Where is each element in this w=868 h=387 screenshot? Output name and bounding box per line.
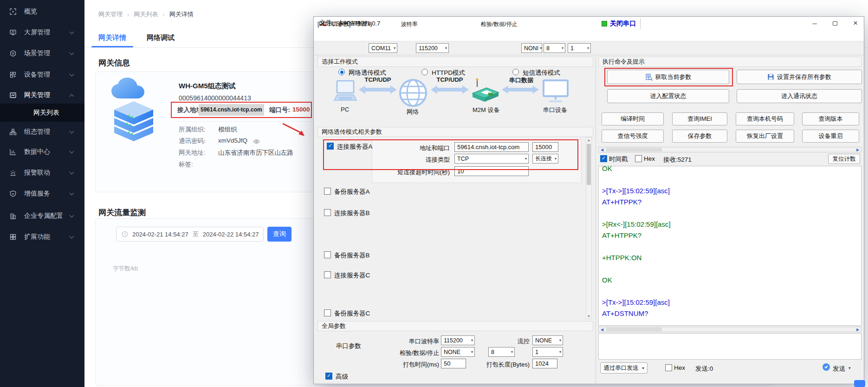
reboot-button[interactable]: 设备重启 <box>802 130 859 143</box>
backup-server-b-checkbox[interactable] <box>324 251 331 258</box>
log-line <box>602 241 861 252</box>
radio-sms[interactable] <box>512 69 519 75</box>
date-to: 2024-02-22 14:54:27 <box>203 231 259 238</box>
serial-stopbits-select[interactable]: 1▾ <box>532 347 563 357</box>
sidebar-item-alarm[interactable]: 报警联动 <box>0 166 84 179</box>
serial-baud-select[interactable]: 115200▾ <box>441 335 475 345</box>
server-a-port-input[interactable]: 15000 <box>532 142 558 152</box>
chevron-down-icon <box>70 234 74 239</box>
sidebar-item-configuration[interactable]: 组态管理 <box>0 125 84 138</box>
conn-mode-select[interactable]: 长连接▾ <box>532 154 558 164</box>
serial-device-icon <box>542 79 570 103</box>
factory-reset-button[interactable]: 恢复出厂设置 <box>736 130 794 143</box>
server-b-checkbox[interactable] <box>324 209 331 216</box>
pack-time-input[interactable]: 50 <box>441 359 466 368</box>
scroll-right-arrow: ▶ <box>855 147 861 152</box>
chevron-down-icon: ▾ <box>394 46 395 50</box>
password-label: 通讯密码: <box>179 137 206 145</box>
baud-select[interactable]: 115200▾ <box>416 43 449 53</box>
chevron-down-icon: ▾ <box>511 350 513 354</box>
sidebar-item-bigscreen[interactable]: 大屏管理 <box>0 26 84 39</box>
short-timeout-input[interactable]: 10 <box>454 166 529 176</box>
sidebar-item-value-added[interactable]: 增值服务 <box>0 187 84 200</box>
stopbits-select[interactable]: 1▾ <box>568 43 591 53</box>
sidebar-item-datacenter[interactable]: 数据中心 <box>0 145 84 158</box>
serial-databits-select[interactable]: 8▾ <box>488 347 515 357</box>
breadcrumb-gateway-mgmt[interactable]: 网关管理 <box>98 10 123 19</box>
radio-httpd[interactable] <box>421 69 428 75</box>
tab-network-debug[interactable]: 网络调试 <box>147 33 175 42</box>
set-save-all-button[interactable]: 设置并保存所有参数 <box>737 70 862 84</box>
conn-type-label: 连接类型 <box>397 156 450 164</box>
log-output[interactable]: OK>[Tx->][15:02:59][asc]AT+HTPPK?>[Rx<-]… <box>598 166 862 326</box>
scroll-left-arrow: ◀ <box>599 327 605 332</box>
date-range-input[interactable]: 2024-02-21 14:54:27 至 2024-02-22 14:54:2… <box>116 227 264 242</box>
server-c-checkbox[interactable] <box>324 271 331 278</box>
server-a-address-input[interactable]: 59614.cnsh.iot-tcp.com <box>454 142 529 152</box>
chevron-down-icon <box>70 213 74 218</box>
serial-parity-select[interactable]: NONE▾ <box>441 347 475 357</box>
breadcrumb-separator: › <box>127 11 129 18</box>
usr-cat1-window: USR-CAT1 V1.0.7 ─ × 文件 Language [PC串口参数]… <box>313 16 864 384</box>
backup-server-c-checkbox[interactable] <box>324 309 331 316</box>
com-port-select[interactable]: COM11▾ <box>369 43 397 53</box>
horizontal-scrollbar[interactable]: ◀ ▶ <box>598 147 862 152</box>
tcp-udp-label-1: TCP/UDP <box>360 76 395 83</box>
send-hex-checkbox[interactable] <box>665 364 672 371</box>
parity-select[interactable]: NONI▾ <box>521 43 542 53</box>
close-port-button[interactable]: 关闭串口 <box>610 20 636 28</box>
flow-select[interactable]: NONE▾ <box>532 335 563 345</box>
log-line: AT+HTPPK? <box>602 197 861 208</box>
recv-hex-checkbox[interactable] <box>635 155 642 162</box>
maximize-button[interactable] <box>827 17 843 30</box>
enter-comm-button[interactable]: 进入通讯状态 <box>737 89 862 103</box>
get-params-button[interactable]: 获取当前参数 <box>607 70 729 84</box>
log-line: >[Tx->][15:02:59][asc] <box>602 185 861 197</box>
gateway-icon <box>9 92 17 99</box>
eye-icon[interactable] <box>253 138 260 144</box>
query-phone-button[interactable]: 查询本机号码 <box>736 112 794 125</box>
query-signal-button[interactable]: 查信号强度 <box>602 130 664 143</box>
close-button[interactable]: × <box>848 17 863 30</box>
scroll-right-arrow: ▶ <box>855 327 861 332</box>
gateway-id: 00059614000000044413 <box>179 94 251 102</box>
floating-widget[interactable] <box>854 380 865 387</box>
databits-select[interactable]: 8▾ <box>544 43 565 53</box>
y-axis-unit: 字节数/kb <box>113 265 138 273</box>
log-line: OK <box>602 166 861 174</box>
sidebar-item-device[interactable]: 设备管理 <box>0 68 84 81</box>
send-button[interactable]: 发送 <box>833 365 845 373</box>
conn-type-select[interactable]: TCP▾ <box>454 154 529 164</box>
query-button[interactable]: 查询 <box>267 227 291 242</box>
sidebar-item-extension[interactable]: 扩展功能 <box>0 230 84 243</box>
backup-server-a-checkbox[interactable] <box>324 188 331 195</box>
sidebar-item-scene[interactable]: 场景管理 <box>0 47 84 60</box>
minimize-button[interactable]: ─ <box>807 17 823 30</box>
window-titlebar[interactable] <box>314 17 864 30</box>
send-input[interactable] <box>598 333 862 360</box>
query-imei-button[interactable]: 查询IMEI <box>672 112 727 125</box>
send-via-serial-select[interactable]: 通过串口发送▾ <box>600 362 648 374</box>
horizontal-scrollbar[interactable]: ◀ ▶ <box>598 327 862 332</box>
m2m-device-icon <box>471 78 500 105</box>
pack-len-input[interactable]: 1024 <box>532 359 557 368</box>
sidebar-item-gateway[interactable]: 网关管理 <box>0 89 84 102</box>
left-panel-scrollbar[interactable]: ▲ ▼ <box>586 137 592 319</box>
tab-gateway-detail[interactable]: 网关详情 <box>98 33 126 42</box>
sidebar-item-gateway-list[interactable]: 网关列表 <box>0 104 84 122</box>
arrow-icon <box>502 85 539 94</box>
chevron-down-icon[interactable]: ▾ <box>849 366 851 370</box>
query-version-button[interactable]: 查询版本 <box>802 112 859 125</box>
breadcrumb-gateway-list[interactable]: 网关列表 <box>134 10 158 19</box>
server-a-checkbox[interactable] <box>327 143 334 150</box>
scrollbar-thumb <box>606 328 662 331</box>
enter-config-button[interactable]: 进入配置状态 <box>607 89 729 103</box>
reset-count-button[interactable]: 复位计数 <box>828 154 860 164</box>
save-params-button[interactable]: 保存参数 <box>672 130 727 143</box>
timestamp-checkbox[interactable] <box>600 155 607 162</box>
advanced-checkbox[interactable] <box>325 373 332 380</box>
sidebar-item-enterprise[interactable]: 企业专属配置 <box>0 210 84 223</box>
radio-net-passthrough[interactable] <box>338 69 345 75</box>
compile-time-button[interactable]: 编译时间 <box>602 112 664 125</box>
sidebar-item-overview[interactable]: 概览 <box>0 5 84 18</box>
